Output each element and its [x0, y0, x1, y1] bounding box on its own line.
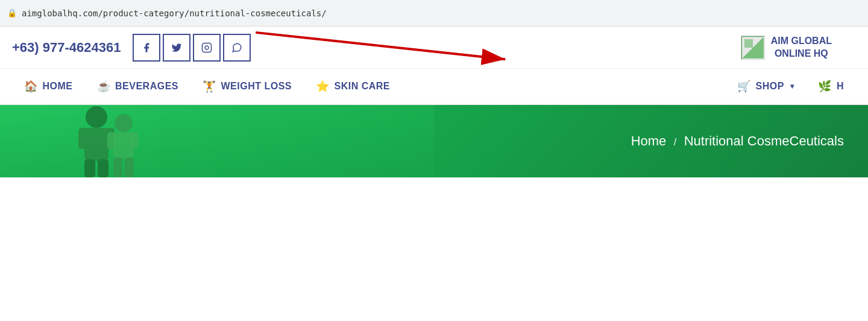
svg-rect-0	[203, 43, 212, 52]
skin-care-icon: ⭐	[316, 80, 330, 93]
whatsapp-button[interactable]	[223, 34, 251, 62]
svg-rect-16	[130, 132, 139, 149]
svg-rect-11	[84, 159, 95, 177]
nav-item-shop[interactable]: 🛒 SHOP ▾	[725, 68, 806, 104]
nav-label-weight-loss: WEIGHT LOSS	[221, 81, 292, 92]
nav-label-beverages: BEVERAGES	[115, 81, 178, 92]
nav-item-weight-loss[interactable]: 🏋 WEIGHT LOSS	[190, 68, 304, 104]
nav-label-shop: SHOP	[756, 81, 784, 92]
logo-text: AIM GLOBAL ONLINE HQ	[771, 35, 832, 60]
svg-rect-4	[744, 39, 753, 48]
nav-label-health: H	[837, 81, 844, 92]
social-icons	[133, 34, 251, 62]
beverages-icon: ☕	[97, 80, 111, 93]
svg-rect-17	[113, 157, 122, 177]
instagram-button[interactable]	[193, 34, 221, 62]
hero-section: Home / Nutritional CosmeCeuticals	[0, 105, 868, 177]
breadcrumb-home[interactable]: Home	[631, 133, 667, 148]
url-text: aimglobalhq.com/product-category/nutriti…	[22, 8, 327, 18]
breadcrumb-current: Nutritional CosmeCeuticals	[684, 133, 844, 148]
shop-chevron-icon: ▾	[790, 82, 794, 91]
logo-area: AIM GLOBAL ONLINE HQ	[741, 35, 832, 60]
svg-point-13	[115, 114, 133, 132]
home-icon: 🏠	[24, 80, 38, 93]
breadcrumb-area: Home / Nutritional CosmeCeuticals	[631, 133, 868, 149]
logo-image	[741, 36, 765, 60]
svg-point-7	[86, 106, 107, 128]
lock-icon: 🔒	[7, 8, 17, 17]
svg-line-6	[256, 33, 505, 59]
breadcrumb-separator: /	[674, 137, 676, 147]
arrow-annotation	[0, 27, 868, 68]
phone-number: +63) 977-4624361	[12, 40, 121, 56]
nav-item-skin-care[interactable]: ⭐ SKIN CARE	[304, 68, 402, 104]
nav-label-home: HOME	[43, 81, 73, 92]
nav-item-beverages[interactable]: ☕ BEVERAGES	[85, 68, 190, 104]
svg-rect-12	[98, 159, 108, 177]
address-bar: 🔒 aimglobalhq.com/product-category/nutri…	[0, 0, 868, 27]
svg-rect-9	[78, 128, 89, 149]
svg-rect-15	[107, 132, 116, 149]
top-bar: +63) 977-4624361 AIM GLOBAL ONLINE HQ	[0, 27, 868, 69]
nav-item-home[interactable]: 🏠 HOME	[12, 68, 85, 104]
weight-loss-icon: 🏋	[203, 80, 216, 93]
hero-bg-image	[0, 105, 434, 177]
svg-rect-18	[125, 157, 134, 177]
nav-bar: 🏠 HOME ☕ BEVERAGES 🏋 WEIGHT LOSS ⭐ SKIN …	[0, 69, 868, 105]
nav-label-skin-care: SKIN CARE	[334, 81, 390, 92]
facebook-button[interactable]	[133, 34, 160, 62]
twitter-button[interactable]	[163, 34, 190, 62]
nav-item-health[interactable]: 🌿 H	[806, 68, 856, 104]
shop-icon: 🛒	[737, 80, 751, 93]
health-icon: 🌿	[818, 80, 832, 93]
